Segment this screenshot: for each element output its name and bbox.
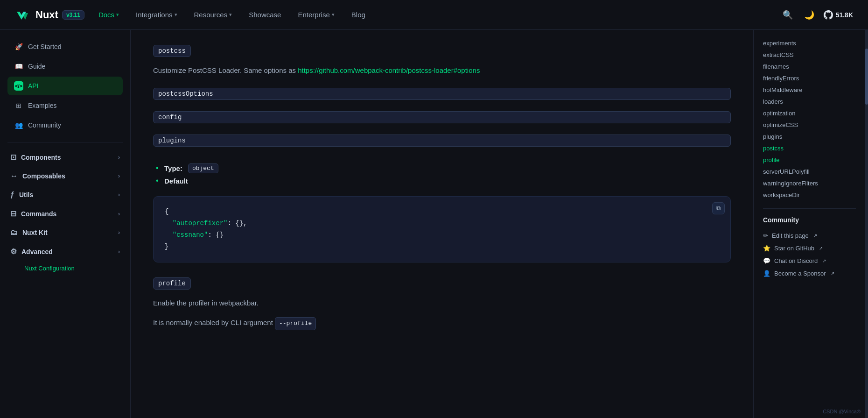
sidebar-item-examples[interactable]: ⊞ Examples [7, 96, 123, 115]
nuxt-kit-chevron: › [118, 229, 120, 236]
sidebar-section-commands[interactable]: ⊟ Commands › [4, 205, 126, 223]
composables-chevron: › [118, 173, 120, 179]
scrollbar-thumb[interactable] [865, 49, 868, 105]
edit-icon: ✏ [763, 232, 768, 239]
sidebar-divider [7, 142, 123, 142]
toc-optimization[interactable]: optimization [754, 107, 865, 119]
toc-hotmiddleware[interactable]: hotMiddleware [754, 84, 865, 96]
toc-workspacedir[interactable]: workspaceDir [754, 189, 865, 201]
external-link-icon-discord: ↗ [822, 258, 826, 263]
community-section: Community ✏ Edit this page ↗ ⭐ Star on G… [754, 216, 865, 280]
sidebar-section-composables[interactable]: ↔ Composables › [4, 167, 126, 185]
sidebar-sub-nuxt-configuration[interactable]: Nuxt Configuration [4, 262, 126, 275]
nuxt-kit-icon: 🗂 [10, 228, 18, 237]
advanced-left: ⚙ Advanced [10, 247, 53, 256]
components-chevron: › [118, 154, 120, 161]
github-button[interactable]: 51.8K [824, 10, 853, 20]
docs-chevron: ▾ [116, 12, 119, 18]
commands-chevron: › [118, 211, 120, 217]
postcss-badge: postcss [153, 45, 191, 57]
postcss-link[interactable]: https://github.com/webpack-contrib/postc… [298, 66, 480, 74]
code-line-2: "autoprefixer": {}, [165, 218, 719, 229]
utils-chevron: › [118, 191, 120, 198]
external-link-icon-edit: ↗ [813, 233, 817, 238]
sidebar-section-utils[interactable]: ƒ Utils › [4, 186, 126, 204]
toc-plugins[interactable]: plugins [754, 131, 865, 142]
config-badge: config [153, 111, 731, 123]
star-github-link[interactable]: ⭐ Star on GitHub ↗ [763, 242, 856, 255]
composables-left: ↔ Composables [10, 172, 65, 180]
right-divider [763, 208, 856, 209]
toc: experiments extractCSS filenames friendl… [754, 37, 865, 201]
nav-enterprise[interactable]: Enterprise ▾ [291, 8, 341, 21]
logo-area[interactable]: Nuxt v3.11 [15, 7, 84, 23]
sidebar-item-guide[interactable]: 📖 Guide [7, 57, 123, 76]
left-sidebar: 🚀 Get Started 📖 Guide </> API ⊞ Examples… [0, 30, 131, 418]
external-link-icon-star: ↗ [819, 246, 823, 251]
nuxt-kit-left: 🗂 Nuxt Kit [10, 228, 48, 237]
integrations-chevron: ▾ [175, 12, 177, 18]
sidebar-item-get-started[interactable]: 🚀 Get Started [7, 37, 123, 56]
github-stars: 51.8K [836, 11, 853, 19]
type-label: Type: [164, 164, 182, 172]
plugins-badge: plugins [153, 135, 731, 147]
header-left: Nuxt v3.11 Docs ▾ Integrations ▾ Resourc… [15, 7, 372, 23]
nav-integrations[interactable]: Integrations ▾ [129, 8, 183, 21]
sidebar-section-components[interactable]: ⊡ Components › [4, 148, 126, 166]
right-sidebar: experiments extractCSS filenames friendl… [753, 30, 865, 418]
resources-chevron: ▾ [229, 12, 232, 18]
utils-left: ƒ Utils [10, 191, 33, 199]
composables-icon: ↔ [10, 172, 18, 180]
toc-postcss[interactable]: postcss [754, 142, 865, 154]
postcss-options-badge: postcssOptions [153, 88, 731, 100]
sponsor-link[interactable]: 👤 Become a Sponsor ↗ [763, 267, 856, 280]
discord-icon: 💬 [763, 257, 770, 264]
nav-blog[interactable]: Blog [345, 8, 372, 21]
code-line-4: } [165, 241, 719, 253]
profile-section: profile Enable the profiler in webpackba… [153, 277, 731, 330]
sidebar-section-advanced[interactable]: ⚙ Advanced › [4, 242, 126, 261]
default-row: Default [153, 177, 731, 185]
postcss-description: Customize PostCSS Loader. Same options a… [153, 64, 731, 77]
scrollbar-track[interactable] [865, 30, 868, 418]
nav-resources[interactable]: Resources ▾ [188, 8, 239, 21]
profile-description-2: It is normally enabled by CLI argument -… [153, 317, 731, 330]
search-button[interactable]: 🔍 [781, 8, 795, 22]
toc-filenames[interactable]: filenames [754, 61, 865, 72]
components-icon: ⊡ [10, 153, 16, 162]
commands-icon: ⊟ [10, 209, 16, 218]
toc-extractcss[interactable]: extractCSS [754, 49, 865, 61]
toc-experiments[interactable]: experiments [754, 37, 865, 49]
nav-showcase[interactable]: Showcase [242, 8, 287, 21]
enterprise-chevron: ▾ [332, 12, 335, 18]
toc-optimizecss[interactable]: optimizeCSS [754, 119, 865, 131]
advanced-icon: ⚙ [10, 247, 17, 256]
discord-link[interactable]: 💬 Chat on Discord ↗ [763, 255, 856, 267]
toc-loaders[interactable]: loaders [754, 96, 865, 107]
utils-icon: ƒ [10, 191, 14, 199]
code-block: ⧉ { "autoprefixer": {}, "cssnano": {} } [153, 196, 731, 263]
sidebar-section-nuxt-kit[interactable]: 🗂 Nuxt Kit › [4, 224, 126, 241]
body-layout: 🚀 Get Started 📖 Guide </> API ⊞ Examples… [0, 30, 868, 418]
community-icon: 👥 [14, 120, 23, 130]
default-label: Default [164, 177, 188, 185]
profile-inline-code: --profile [275, 317, 316, 330]
profile-description-1: Enable the profiler in webpackbar. [153, 297, 731, 309]
sidebar-top-items: 🚀 Get Started 📖 Guide </> API ⊞ Examples… [0, 37, 130, 135]
edit-page-link[interactable]: ✏ Edit this page ↗ [763, 229, 856, 242]
logo-text: Nuxt [35, 9, 58, 21]
moon-icon: 🌙 [804, 10, 814, 20]
toc-friendlyerrors[interactable]: friendlyErrors [754, 72, 865, 84]
star-icon: ⭐ [763, 245, 770, 252]
components-left: ⊡ Components [10, 153, 61, 162]
nav-docs[interactable]: Docs ▾ [92, 8, 126, 21]
toc-warningignorefilters[interactable]: warningIgnoreFilters [754, 177, 865, 189]
toc-serverurlpolyfill[interactable]: serverURLPolyfill [754, 166, 865, 177]
copy-button[interactable]: ⧉ [712, 202, 725, 214]
sidebar-item-api[interactable]: </> API [7, 77, 123, 95]
toc-profile[interactable]: profile [754, 154, 865, 166]
sponsor-icon: 👤 [763, 270, 770, 277]
theme-toggle-button[interactable]: 🌙 [802, 8, 816, 22]
sidebar-item-community[interactable]: 👥 Community [7, 116, 123, 135]
version-badge[interactable]: v3.11 [62, 10, 84, 20]
